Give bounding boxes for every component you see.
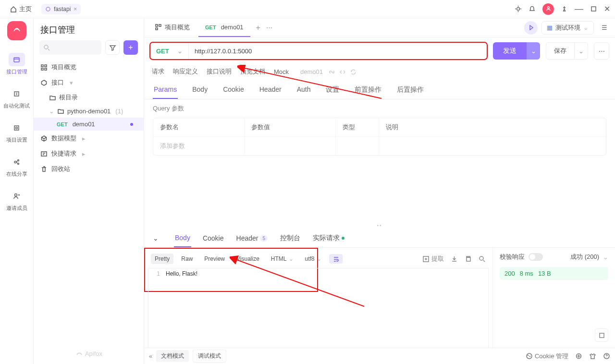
reqtab-params[interactable]: Params bbox=[153, 81, 178, 99]
rail-label: 邀请成员 bbox=[6, 205, 27, 212]
svg-point-25 bbox=[528, 355, 528, 356]
nav-trash[interactable]: 回收站 bbox=[34, 161, 144, 177]
collapse-sidebar[interactable]: « bbox=[149, 352, 152, 360]
save-button[interactable]: 保存 bbox=[546, 42, 575, 60]
sidebar: 接口管理 + 项目概览 接口▾ 根目录 ⌄python-demo01(1) GE… bbox=[34, 18, 144, 364]
mode-doc[interactable]: 文档模式 bbox=[156, 350, 189, 362]
rail-invite[interactable]: 邀请成员 bbox=[3, 186, 30, 215]
tab-overview[interactable]: 项目概览 bbox=[148, 18, 197, 37]
refresh-icon[interactable] bbox=[350, 69, 356, 74]
search-response-icon[interactable] bbox=[479, 255, 486, 263]
cookie-mgmt[interactable]: Cookie 管理 bbox=[526, 352, 568, 361]
reqtab-pre[interactable]: 前置操作 bbox=[354, 81, 382, 99]
tool-pretty[interactable]: Pretty bbox=[151, 254, 173, 264]
tool-extract[interactable]: 提取 bbox=[422, 255, 444, 263]
avatar[interactable] bbox=[542, 3, 554, 15]
expand-button[interactable] bbox=[595, 328, 608, 342]
tree-api-item[interactable]: GETdemo01 bbox=[34, 118, 144, 131]
status-code: 200 bbox=[504, 270, 515, 277]
minimize-icon[interactable]: — bbox=[575, 4, 583, 14]
col-name: 参数名 bbox=[153, 118, 245, 136]
subtab-response-def[interactable]: 响应定义 bbox=[172, 64, 199, 79]
tree-folder[interactable]: ⌄python-demo01(1) bbox=[34, 105, 144, 118]
subtab-api-desc[interactable]: 接口说明 bbox=[206, 64, 233, 79]
send-split[interactable]: ⌄ bbox=[527, 42, 540, 60]
method-select[interactable]: GET⌄ bbox=[150, 43, 189, 59]
layout-button[interactable]: ☰ bbox=[598, 21, 611, 35]
close-window-icon[interactable]: ✕ bbox=[604, 4, 610, 13]
copy-icon[interactable] bbox=[465, 255, 472, 263]
new-tab-button[interactable]: + bbox=[256, 24, 260, 32]
code-icon[interactable] bbox=[339, 69, 345, 74]
reqtab-body[interactable]: Body bbox=[191, 81, 209, 99]
svg-rect-13 bbox=[45, 65, 47, 67]
svg-point-24 bbox=[527, 353, 532, 359]
subtab-preview[interactable]: 预览文档 bbox=[239, 64, 266, 79]
run-button[interactable] bbox=[524, 21, 538, 35]
resptab-console[interactable]: 控制台 bbox=[279, 229, 301, 247]
collapse-button[interactable]: ⌄ bbox=[153, 234, 159, 242]
query-table: 参数名 参数值 类型 说明 添加参数 bbox=[153, 118, 606, 156]
rail-automation[interactable]: 自动化测试 bbox=[3, 84, 30, 112]
reqtab-cookie[interactable]: Cookie bbox=[222, 81, 245, 99]
rail-api-mgmt[interactable]: 接口管理 bbox=[3, 50, 30, 78]
target-icon[interactable] bbox=[575, 352, 582, 360]
nav-overview[interactable]: 项目概览 bbox=[34, 60, 144, 75]
link-icon[interactable] bbox=[329, 69, 334, 74]
tool-raw[interactable]: Raw bbox=[177, 254, 197, 264]
app-logo bbox=[7, 21, 26, 40]
close-icon[interactable]: × bbox=[74, 6, 77, 12]
tool-wrap[interactable] bbox=[329, 254, 343, 264]
rail-share[interactable]: 在线分享 bbox=[3, 152, 30, 181]
resptab-cookie[interactable]: Cookie bbox=[202, 230, 225, 247]
send-button[interactable]: 发送 bbox=[493, 42, 527, 60]
svg-rect-4 bbox=[14, 92, 19, 96]
drag-handle[interactable]: •• bbox=[144, 222, 615, 229]
tab-more-button[interactable]: ⋯ bbox=[266, 24, 272, 31]
api-icon bbox=[13, 56, 20, 63]
reqtab-settings[interactable]: 设置 bbox=[325, 81, 340, 99]
tab-active-api[interactable]: GETdemo01 bbox=[198, 18, 250, 37]
add-button[interactable]: + bbox=[123, 40, 138, 55]
subtab-request[interactable]: 请求 bbox=[151, 64, 165, 79]
help-icon[interactable] bbox=[603, 352, 610, 360]
content-area: 项目概览 GETdemo01 + ⋯ ▦测试环境⌄ ☰ GET⌄ http://… bbox=[144, 18, 615, 364]
bell-icon[interactable] bbox=[529, 5, 536, 12]
home-tab[interactable]: 主页 bbox=[5, 5, 37, 13]
url-input[interactable]: http://127.0.0.1:5000 bbox=[189, 43, 487, 59]
resptab-actual[interactable]: 实际请求 bbox=[312, 229, 345, 247]
add-param[interactable]: 添加参数 bbox=[153, 137, 245, 155]
tool-preview[interactable]: Preview bbox=[200, 254, 229, 264]
pin-icon[interactable] bbox=[561, 5, 568, 12]
nav-model[interactable]: 数据模型▸ bbox=[34, 131, 144, 146]
rail-settings[interactable]: 项目设置 bbox=[3, 118, 30, 146]
download-icon[interactable] bbox=[451, 255, 458, 263]
tool-visualize[interactable]: Visualize bbox=[233, 254, 263, 264]
save-split[interactable]: ⌄ bbox=[575, 42, 588, 60]
resptab-header[interactable]: Header5 bbox=[235, 230, 269, 247]
encoding-select[interactable]: utf8⌄ bbox=[301, 254, 325, 264]
nav-quick[interactable]: 快捷请求▸ bbox=[34, 146, 144, 161]
reqtab-header[interactable]: Header bbox=[258, 81, 283, 99]
nav-api[interactable]: 接口▾ bbox=[34, 75, 144, 90]
reqtab-auth[interactable]: Auth bbox=[296, 81, 312, 99]
svg-rect-15 bbox=[45, 68, 47, 70]
settings-icon[interactable] bbox=[515, 5, 522, 12]
mode-debug[interactable]: 调试模式 bbox=[193, 350, 226, 363]
resptab-body[interactable]: Body bbox=[174, 229, 191, 247]
more-button[interactable]: ⋯ bbox=[594, 42, 609, 60]
env-select[interactable]: ▦测试环境⌄ bbox=[541, 21, 594, 35]
reqtab-post[interactable]: 后置操作 bbox=[396, 81, 425, 99]
search-input[interactable] bbox=[39, 40, 101, 55]
format-select[interactable]: HTML⌄ bbox=[267, 254, 297, 264]
verify-toggle[interactable] bbox=[529, 253, 543, 261]
subtab-mock[interactable]: Mock bbox=[273, 65, 290, 78]
project-tab[interactable]: fastapi × bbox=[41, 4, 81, 14]
chevron-down-icon[interactable]: ⌄ bbox=[603, 254, 608, 261]
maximize-icon[interactable] bbox=[590, 5, 597, 12]
filter-button[interactable] bbox=[105, 40, 120, 55]
tree-root[interactable]: 根目录 bbox=[34, 90, 144, 105]
shirt-icon[interactable] bbox=[589, 352, 596, 360]
trash-icon bbox=[40, 166, 48, 173]
svg-point-0 bbox=[46, 7, 50, 11]
